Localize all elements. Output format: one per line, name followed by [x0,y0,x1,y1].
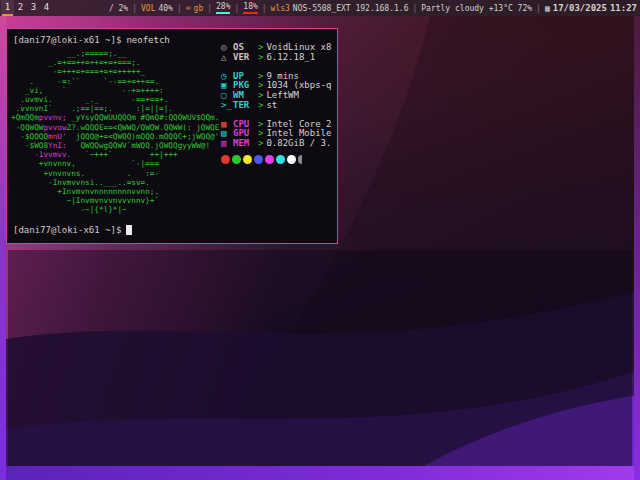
palette-dot [254,155,263,164]
clock: 11:27 [610,3,637,13]
terminal-window[interactable]: [dani77@loki-x61 ~]$neofetch __.;=====;.… [6,28,338,244]
separator: | [131,4,138,13]
separator: | [535,4,542,13]
ascii-art-line: +vnvnnv, `-|=== [11,159,219,168]
ascii-art-line: +QmQQmpvvnv; _yYsyQQWUUQQQm #QmQ#:QQQWUV… [11,113,219,122]
volume-label: VOL [141,4,155,13]
ascii-art-line: __.;=====;.__ [11,49,219,58]
ascii-art-line: -$QQQQmnU' jQQQ@+=<QWQQ)mQQQ.mQQQC+;jWQQ… [11,132,219,141]
ascii-art-line: .vvnvnI` .;==|==;. :|=||=|. [11,104,219,113]
palette-dot [265,155,274,164]
info-row-ter: >_TER>st [221,101,331,111]
mem-icon: ▥ [221,139,233,149]
network-ssid-ip: NOS-5508_EXT 192.168.1.6 [293,4,409,13]
ascii-art-line: . -=:`` `--==+=++==. [11,77,219,86]
palette-dot [232,155,241,164]
terminal-line-1: [dani77@loki-x61 ~]$neofetch [13,35,170,45]
command-text: neofetch [126,35,169,45]
terminal-cursor[interactable] [126,225,132,235]
palette-dot [298,155,302,164]
separator: | [411,4,418,13]
neofetch-info: ◎OS>VoidLinux x8△VER>6.12.18_1 ◷UP>9 min… [221,43,331,149]
date: 17/03/2025 [553,3,607,13]
neofetch-ascii-art: __.;=====;.__ _.=+==++=++=+=+===;. -=+++… [11,49,219,215]
cpu-usage: 28% [216,2,230,14]
info-row-ver: △VER>6.12.18_1 [221,53,331,63]
calendar-icon: ▦ [545,4,550,13]
workspace-button-2[interactable]: 2 [14,0,27,16]
ascii-art-line: .uvmvi. _._ -==+==+. [11,95,219,104]
top-bar: 1234 / 2%|VOL40%|⌨gb|28%|18%|wls3NOS-550… [0,0,640,16]
palette-dot [243,155,252,164]
separator: | [176,4,183,13]
ascii-art-line: +Invmvnvnnnnnnnnvvnn;. [11,187,219,196]
disk-usage: / 2% [109,4,128,13]
workspace-button-3[interactable]: 3 [27,0,40,16]
keyboard-layout: gb [194,4,204,13]
ascii-art-line: -Invmvvnsi..___..=sv=. [11,178,219,187]
weather: Partly cloudy +13°C 72% [421,4,532,13]
info-row-mem: ▥MEM>0.82GiB / 3. [221,139,331,149]
memory-usage: 18% [243,2,257,14]
terminal-color-palette [221,155,302,164]
ascii-art-line: _vi, ` --+=++++: [11,86,219,95]
workspace-button-4[interactable]: 4 [40,0,53,16]
keyboard-icon: ⌨ [186,4,191,13]
ascii-art-line: ~|Invmvnvvnvvvnnv}+` [11,196,219,205]
status-segments: / 2%|VOL40%|⌨gb|28%|18%|wls3NOS-5508_EXT… [109,2,640,14]
ascii-art-line: -QQWQWpvvowZ?.wQQQE==<QWWQ/QWQW.QQWW(: j… [11,123,219,132]
ascii-art-line: -=+++=+===+=+=+++++_ [11,67,219,76]
workspace-button-1[interactable]: 1 [1,0,14,16]
ascii-art-line: _.=+==++=++=+=+===;. [11,58,219,67]
separator: | [261,4,268,13]
separator: | [206,4,213,13]
shell-prompt: [dani77@loki-x61 ~]$ [13,225,121,235]
ascii-art-line: -~|{*l}*|~ [11,205,219,214]
palette-dot [287,155,296,164]
ascii-art-line: -$WQ8YnI: QWQQwgQQWV`mWQQ.jQWQQgyyWW@! [11,141,219,150]
separator: | [233,4,240,13]
terminal-line-2: [dani77@loki-x61 ~]$ [13,225,132,235]
palette-dot [221,155,230,164]
volume-value: 40% [158,4,172,13]
desktop: 1234 / 2%|VOL40%|⌨gb|28%|18%|wls3NOS-550… [0,0,640,480]
ascii-art-line: +vnvnvns. . :=- [11,169,219,178]
workspace-switcher: 1234 [0,0,53,16]
palette-dot [276,155,285,164]
ascii-art-line: -1vvmvv. `~+++` ++|+++ [11,150,219,159]
shell-prompt: [dani77@loki-x61 ~]$ [13,35,121,45]
network-interface: wls3 [271,4,290,13]
